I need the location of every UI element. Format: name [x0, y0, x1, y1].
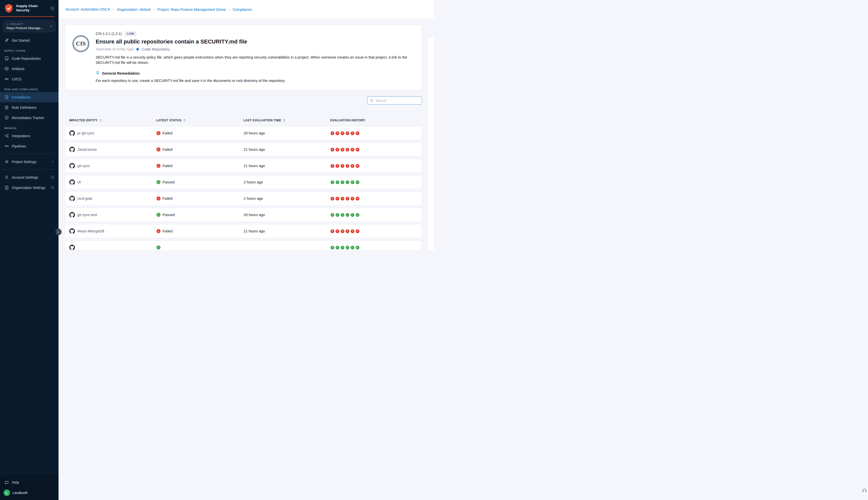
failed-icon[interactable]: ✕: [331, 164, 334, 168]
failed-icon[interactable]: ✕: [356, 164, 359, 168]
sidebar-item-pipelines[interactable]: Pipelines: [0, 141, 59, 151]
passed-icon[interactable]: ✓: [351, 213, 355, 217]
entity-name[interactable]: git-sync: [77, 164, 90, 168]
sort-icon[interactable]: [283, 118, 286, 122]
sidebar-item-compliance[interactable]: Compliance: [0, 92, 59, 102]
supply-chain-security-logo-icon[interactable]: [4, 3, 14, 13]
breadcrumb-project[interactable]: Project: Repo Posture Management Demo: [150, 7, 226, 12]
info-icon[interactable]: [51, 186, 54, 189]
failed-icon[interactable]: ✕: [331, 197, 334, 201]
failed-icon[interactable]: ✕: [336, 164, 339, 168]
sidebar-item-cicd[interactable]: CI/CD: [0, 74, 59, 84]
column-impacted-entity[interactable]: IMPACTED ENTITY: [69, 118, 156, 122]
module-grid-icon[interactable]: [50, 6, 55, 11]
failed-icon[interactable]: ✕: [351, 132, 355, 135]
passed-icon[interactable]: ✓: [340, 246, 344, 250]
failed-icon[interactable]: ✕: [346, 164, 349, 168]
table-row[interactable]: ✓ ✓✓✓✓✓✓: [65, 240, 422, 250]
passed-icon[interactable]: ✓: [346, 180, 349, 184]
failed-icon[interactable]: ✕: [356, 132, 359, 135]
passed-icon[interactable]: ✓: [331, 213, 334, 217]
failed-icon[interactable]: ✕: [336, 229, 339, 233]
entity-name[interactable]: JavaCourse: [77, 147, 97, 151]
passed-icon[interactable]: ✓: [356, 180, 359, 184]
failed-icon[interactable]: ✕: [336, 197, 339, 201]
failed-icon[interactable]: ✕: [340, 229, 344, 233]
status-icon: ✕: [157, 229, 161, 233]
entity-name[interactable]: git-sync-test: [77, 213, 97, 217]
shield-icon: [4, 116, 9, 120]
sidebar-item-organization-settings[interactable]: Organization Settings: [0, 182, 59, 193]
failed-icon[interactable]: ✕: [331, 229, 334, 233]
sidebar-item-integrations[interactable]: Integrations: [0, 130, 59, 141]
entity-name[interactable]: pr-git-sync: [77, 131, 94, 135]
passed-icon[interactable]: ✓: [351, 246, 355, 250]
failed-icon[interactable]: ✕: [346, 197, 349, 201]
passed-icon[interactable]: ✓: [356, 246, 359, 250]
passed-icon[interactable]: ✓: [340, 213, 344, 217]
status-icon: ✕: [157, 196, 161, 201]
table-row[interactable]: pr-git-sync ✕ Failed 20 hours ago ✕✕✕✕✕✕: [65, 126, 422, 140]
passed-icon[interactable]: ✓: [346, 246, 349, 250]
failed-icon[interactable]: ✕: [340, 197, 344, 201]
passed-icon[interactable]: ✓: [336, 213, 339, 217]
column-last-evaluation-time[interactable]: LAST EVALUATION TIME: [243, 118, 330, 122]
failed-icon[interactable]: ✕: [346, 229, 349, 233]
sidebar-item-rule-definitions[interactable]: Rule Definitions: [0, 102, 59, 113]
failed-icon[interactable]: ✕: [351, 164, 355, 168]
table-row[interactable]: git-sync-test ✓ Passed 20 hours ago ✓✓✓✓…: [65, 208, 422, 222]
failed-icon[interactable]: ✕: [346, 148, 349, 151]
info-icon[interactable]: [51, 175, 54, 179]
sort-icon[interactable]: [183, 118, 186, 122]
passed-icon[interactable]: ✓: [331, 246, 334, 250]
column-latest-status[interactable]: LATEST STATUS: [156, 118, 243, 122]
failed-icon[interactable]: ✕: [336, 148, 339, 151]
failed-icon[interactable]: ✕: [356, 148, 359, 151]
evaluation-time: 21 hours ago: [244, 229, 331, 233]
passed-icon[interactable]: ✓: [340, 180, 344, 184]
failed-icon[interactable]: ✕: [351, 229, 355, 233]
sidebar-item-get-started[interactable]: Get Started: [0, 35, 59, 45]
failed-icon[interactable]: ✕: [340, 132, 344, 135]
sidebar-item-account-settings[interactable]: Account Settings: [0, 172, 59, 182]
failed-icon[interactable]: ✕: [340, 148, 344, 151]
table-row[interactable]: git-sync ✕ Failed 21 hours ago ✕✕✕✕✕✕: [65, 159, 422, 173]
project-selector[interactable]: PROJECT Repo Posture Manage...: [3, 20, 55, 32]
failed-icon[interactable]: ✕: [351, 197, 355, 201]
sidebar-item-project-settings[interactable]: Project Settings: [0, 157, 59, 167]
sidebar-item-code-repositories[interactable]: Code Repositories: [0, 53, 59, 64]
sort-icon[interactable]: [99, 118, 102, 122]
entity-name[interactable]: cicd-goat: [77, 196, 92, 201]
failed-icon[interactable]: ✕: [356, 197, 359, 201]
entity-name[interactable]: cli: [77, 180, 81, 184]
passed-icon[interactable]: ✓: [336, 180, 339, 184]
passed-icon[interactable]: ✓: [346, 213, 349, 217]
breadcrumb-organization[interactable]: Organization: default: [110, 7, 150, 12]
sidebar-item-artifacts[interactable]: Artifacts: [0, 64, 59, 74]
passed-icon[interactable]: ✓: [336, 246, 339, 250]
failed-icon[interactable]: ✕: [340, 164, 344, 168]
sidebar-item-remediation-tracker[interactable]: Remediation Tracker: [0, 113, 59, 123]
passed-icon[interactable]: ✓: [331, 180, 334, 184]
failed-icon[interactable]: ✕: [351, 148, 355, 151]
breadcrumb-compliance[interactable]: Compliance: [226, 7, 252, 12]
rule-id: CIS-1.2.1 (1.2.1): [96, 32, 122, 36]
table-row[interactable]: cli ✓ Passed 2 hours ago ✓✓✓✓✓✓: [65, 175, 422, 189]
failed-icon[interactable]: ✕: [356, 229, 359, 233]
breadcrumb-account[interactable]: Account: Automation-SSCA: [66, 7, 110, 11]
evaluation-time: 21 hours ago: [244, 147, 331, 151]
entity-name[interactable]: React-MongoDB: [77, 229, 104, 233]
passed-icon[interactable]: ✓: [351, 180, 355, 184]
failed-icon[interactable]: ✕: [336, 132, 339, 135]
table-row[interactable]: JavaCourse ✕ Failed 21 hours ago ✕✕✕✕✕✕: [65, 143, 422, 157]
table-row[interactable]: cicd-goat ✕ Failed 2 hours ago ✕✕✕✕✕✕: [65, 192, 422, 205]
project-icon: [7, 23, 9, 25]
failed-icon[interactable]: ✕: [331, 132, 334, 135]
failed-icon[interactable]: ✕: [331, 148, 334, 151]
table-row[interactable]: React-MongoDB ✕ Failed 21 hours ago ✕✕✕✕…: [65, 224, 422, 238]
search-input[interactable]: [375, 99, 419, 103]
failed-icon[interactable]: ✕: [346, 132, 349, 135]
passed-icon[interactable]: ✓: [356, 213, 359, 217]
sidebar-collapse-handle[interactable]: ‹: [56, 229, 61, 235]
github-icon: [69, 163, 75, 169]
